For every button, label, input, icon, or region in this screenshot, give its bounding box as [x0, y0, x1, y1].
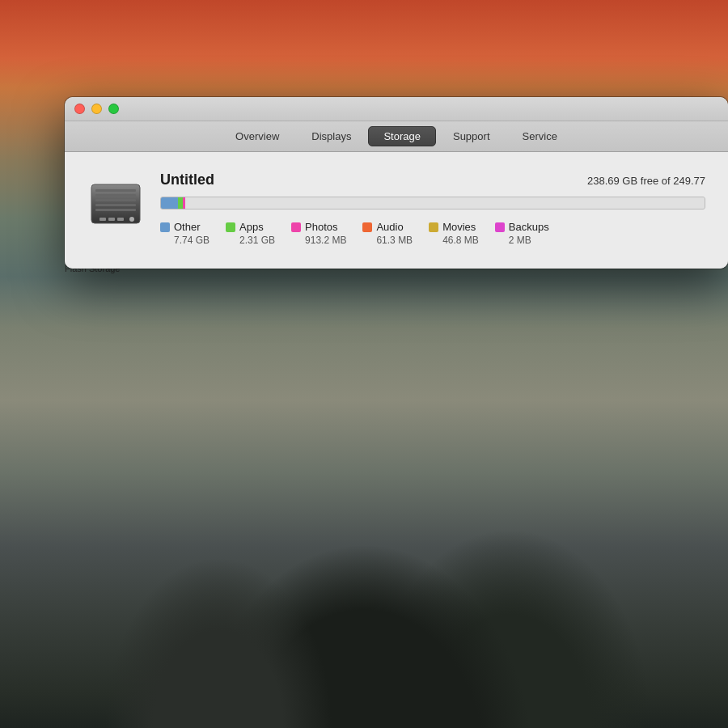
legend-label-backups: Backups [509, 221, 549, 233]
legend-size-apps: 2.31 GB [226, 235, 275, 246]
svg-rect-6 [99, 218, 106, 221]
legend-color-photos [291, 222, 301, 232]
drive-header: Untitled 238.69 GB free of 249.77 [160, 171, 705, 188]
legend-item-audio: Audio61.3 MB [362, 221, 413, 246]
svg-rect-3 [95, 199, 136, 201]
mountain-silhouette [0, 291, 728, 728]
tab-overview[interactable]: Overview [220, 126, 294, 146]
legend-size-photos: 913.2 MB [291, 235, 346, 246]
storage-bar [160, 197, 705, 210]
tab-displays[interactable]: Displays [296, 126, 366, 146]
svg-rect-7 [108, 218, 115, 221]
legend-size-backups: 2 MB [495, 235, 531, 246]
drive-info: Untitled 238.69 GB free of 249.77 Other7… [160, 171, 705, 246]
about-this-mac-window: Overview Displays Storage Support Servic… [65, 97, 728, 269]
legend-label-movies: Movies [442, 221, 476, 233]
legend-label-photos: Photos [305, 221, 337, 233]
legend-item-movies: Movies46.8 MB [429, 221, 479, 246]
svg-rect-5 [95, 209, 136, 211]
legend-item-photos: Photos913.2 MB [291, 221, 346, 246]
legend-size-movies: 46.8 MB [429, 235, 479, 246]
storage-legend: Other7.74 GBApps2.31 GBPhotos913.2 MBAud… [160, 221, 705, 246]
legend-label-audio: Audio [376, 221, 403, 233]
legend-color-backups [495, 222, 505, 232]
svg-rect-4 [95, 204, 136, 206]
legend-color-movies [429, 222, 438, 232]
legend-item-apps: Apps2.31 GB [226, 221, 275, 246]
maximize-button[interactable] [108, 104, 119, 114]
svg-rect-1 [95, 189, 136, 192]
legend-size-other: 7.74 GB [160, 235, 210, 246]
legend-item-other: Other7.74 GB [160, 221, 210, 246]
close-button[interactable] [74, 104, 85, 114]
legend-color-other [160, 222, 170, 232]
drive-section: Untitled 238.69 GB free of 249.77 Other7… [87, 171, 705, 246]
tab-storage[interactable]: Storage [368, 126, 436, 146]
legend-label-other: Other [174, 221, 201, 233]
tab-support[interactable]: Support [438, 126, 506, 146]
bar-segment-free [185, 197, 705, 209]
minimize-button[interactable] [91, 104, 102, 114]
bar-segment-other [161, 197, 178, 209]
svg-rect-8 [117, 218, 124, 221]
drive-free-space: 238.69 GB free of 249.77 [587, 175, 705, 187]
legend-size-audio: 61.3 MB [362, 235, 413, 246]
svg-point-9 [129, 217, 134, 222]
svg-rect-2 [95, 194, 136, 197]
legend-color-audio [362, 222, 372, 232]
drive-icon [87, 175, 144, 231]
legend-item-backups: Backups2 MB [495, 221, 549, 246]
title-bar [65, 97, 728, 121]
tab-bar: Overview Displays Storage Support Servic… [65, 121, 728, 152]
legend-label-apps: Apps [239, 221, 264, 233]
tab-service[interactable]: Service [507, 126, 573, 146]
storage-content: Untitled 238.69 GB free of 249.77 Other7… [65, 152, 728, 269]
drive-name: Untitled [160, 171, 214, 188]
legend-color-apps [226, 222, 235, 232]
